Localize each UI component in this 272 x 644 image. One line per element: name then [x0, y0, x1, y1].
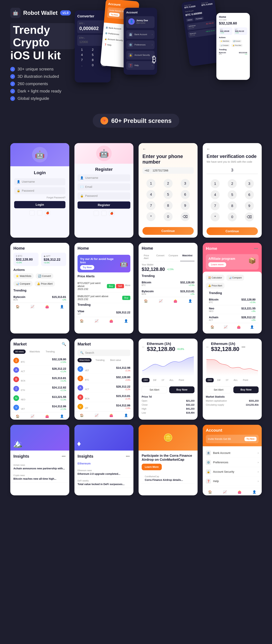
nav-wallet-m1[interactable]: 👛 — [45, 414, 49, 418]
verify-numpad-key-4[interactable]: 4 — [210, 190, 220, 199]
register-username-input[interactable]: 👤 Username — [78, 174, 130, 181]
back-btn-chart1[interactable]: ← — [142, 345, 145, 349]
time-tab-24h-c2[interactable]: 24H — [206, 378, 214, 382]
time-tab-24h[interactable]: 24H — [142, 378, 150, 382]
buy-btn-alert1[interactable]: Buy — [107, 284, 115, 288]
nav-home[interactable]: 🏠 — [16, 305, 20, 308]
nav-chart-m2[interactable]: 📈 — [95, 414, 98, 417]
buy-now-btn-chart1[interactable]: Buy Now — [169, 386, 194, 393]
verify-code-input[interactable]: 3 — [206, 166, 258, 174]
tab-compare[interactable]: Compare — [166, 253, 180, 261]
numpad-key-2[interactable]: 2 — [164, 179, 172, 188]
numpad-key-backspace[interactable]: ⌫ — [181, 212, 190, 221]
password-input[interactable]: 🔒 Password — [14, 187, 66, 194]
back-button[interactable]: ← — [142, 147, 194, 151]
nav-user[interactable]: 👤 — [60, 305, 64, 308]
more-menu-button[interactable]: ••• — [254, 246, 258, 251]
tab-convert[interactable]: Convert — [154, 253, 166, 261]
price-alert-action[interactable]: 🔔 Price Alert — [35, 281, 55, 286]
verify-numpad-key-7[interactable]: 7 — [210, 201, 220, 210]
verify-continue-button[interactable]: Continue — [206, 227, 258, 235]
apple-icon[interactable]: 🍎 — [45, 210, 50, 216]
verify-numpad-key-backspace[interactable]: ⌫ — [245, 212, 254, 222]
market-search-bar[interactable]: 🔍 Search — [78, 350, 130, 356]
nav-wallet-m2[interactable]: 👛 — [109, 414, 113, 417]
facebook-icon-reg[interactable]: f — [94, 211, 99, 216]
verify-numpad-key-star[interactable]: * — [210, 212, 220, 222]
menu-preferences[interactable]: ⚙️ Preferences › — [203, 458, 262, 467]
more-btn-alert1[interactable]: More — [125, 284, 130, 288]
nav-user-acc[interactable]: 👤 — [252, 490, 256, 494]
time-tab-point-c2[interactable]: Point — [241, 378, 250, 382]
nav-home4[interactable]: 🏠 — [210, 325, 214, 329]
time-tab-all[interactable]: ALL — [168, 378, 176, 382]
convert-action[interactable]: 🔄 Convert — [36, 273, 53, 279]
nav-chart2[interactable]: 📈 — [95, 319, 98, 323]
nav-chart-acc[interactable]: 📈 — [223, 490, 227, 494]
verify-numpad-key-2[interactable]: 2 — [228, 179, 237, 188]
nav-home-m1[interactable]: 🏠 — [16, 414, 20, 418]
forgot-password-link[interactable]: Forgot Password? — [14, 196, 66, 199]
numpad-key-0[interactable]: 0 — [164, 212, 172, 221]
nav-wallet-acc[interactable]: 👛 — [238, 490, 242, 494]
nav-home-m2[interactable]: 🏠 — [80, 414, 84, 417]
register-email-input[interactable]: ✉️ Email — [78, 184, 130, 190]
nav-chart-m1[interactable]: 📈 — [30, 414, 34, 418]
nav-home-acc[interactable]: 🏠 — [208, 490, 212, 494]
tab-watchlist[interactable]: Watchlist — [180, 253, 194, 261]
phone-input-field[interactable]: +62 1257317266 — [142, 167, 194, 174]
learn-more-button[interactable]: Learn more — [208, 262, 226, 267]
filter-watchlists[interactable]: Watchlists — [28, 350, 42, 354]
participate-btn[interactable]: Learn More — [142, 464, 162, 470]
numpad-key-6[interactable]: 6 — [181, 190, 190, 199]
verify-numpad-key-3[interactable]: 3 — [245, 179, 254, 188]
verify-numpad-key-8[interactable]: 8 — [228, 201, 237, 210]
nav-home3[interactable]: 🏠 — [144, 299, 148, 303]
try-now-account-btn[interactable]: Try Now — [244, 437, 256, 441]
google-icon-reg[interactable]: G — [101, 211, 106, 216]
register-password-input[interactable]: 🔒 Password — [78, 192, 130, 200]
facebook-icon[interactable]: f — [30, 210, 35, 216]
verify-numpad-key-0[interactable]: 0 — [228, 212, 237, 222]
filter-bestvalue-m2[interactable]: Best value — [108, 358, 123, 362]
continue-button[interactable]: Continue — [142, 227, 194, 235]
nav-user2[interactable]: 👤 — [124, 319, 128, 323]
nav-chart[interactable]: 📈 — [30, 305, 34, 308]
time-tab-all-c2[interactable]: ALL — [232, 378, 240, 382]
try-now-button[interactable]: Try Now — [80, 265, 94, 270]
compare-btn[interactable]: 📊 Compare — [226, 275, 244, 281]
time-tab-point[interactable]: Point — [177, 378, 186, 382]
numpad-key-7[interactable]: 7 — [146, 201, 156, 210]
numpad-key-3[interactable]: 3 — [181, 179, 190, 188]
nav-chart4[interactable]: 📈 — [224, 325, 228, 329]
login-button[interactable]: Login — [14, 201, 66, 208]
nav-user-m2[interactable]: 👤 — [124, 414, 128, 417]
verify-back-button[interactable]: ← — [206, 147, 258, 151]
verify-numpad-key-1[interactable]: 1 — [210, 179, 220, 188]
buy-now-btn-chart2[interactable]: Buy Now — [233, 386, 258, 393]
compare-action[interactable]: 📊 Compare — [14, 281, 32, 286]
nav-wallet4[interactable]: 👛 — [237, 325, 241, 329]
menu-bank-account[interactable]: 🏦 Bank Account › — [203, 448, 262, 458]
time-tab-1w-c2[interactable]: 1W — [215, 378, 222, 382]
nav-user4[interactable]: 👤 — [250, 325, 254, 329]
time-tab-1y[interactable]: 1Y — [160, 378, 166, 382]
numpad-key-1[interactable]: 1 — [146, 179, 156, 188]
sell-btn-alert1[interactable]: Sell — [116, 284, 124, 288]
filter-trending[interactable]: Trending — [44, 350, 56, 354]
nav-chart3[interactable]: 📈 — [159, 299, 163, 303]
watchlists-action[interactable]: ⭐ Watchlists — [14, 273, 34, 279]
nav-user-m1[interactable]: 👤 — [60, 414, 64, 418]
filter-trending-m2[interactable]: Trending — [94, 358, 106, 362]
price-alert-btn[interactable]: 🔔 Price Alert — [206, 283, 224, 289]
register-button[interactable]: Register — [78, 202, 130, 209]
time-tab-1y-c2[interactable]: 1Y — [224, 378, 230, 382]
numpad-key-star[interactable]: * — [146, 212, 156, 221]
set-alert-btn-chart1[interactable]: Set Alert — [142, 386, 167, 393]
verify-numpad-key-5[interactable]: 5 — [228, 190, 237, 199]
more-menu-insights1[interactable]: ••• — [61, 454, 66, 459]
nav-wallet[interactable]: 👛 — [45, 305, 49, 308]
more-menu-insights2[interactable]: ••• — [125, 454, 130, 459]
apple-icon-reg[interactable]: 🍎 — [109, 211, 114, 216]
nav-wallet2[interactable]: 👛 — [109, 319, 113, 323]
